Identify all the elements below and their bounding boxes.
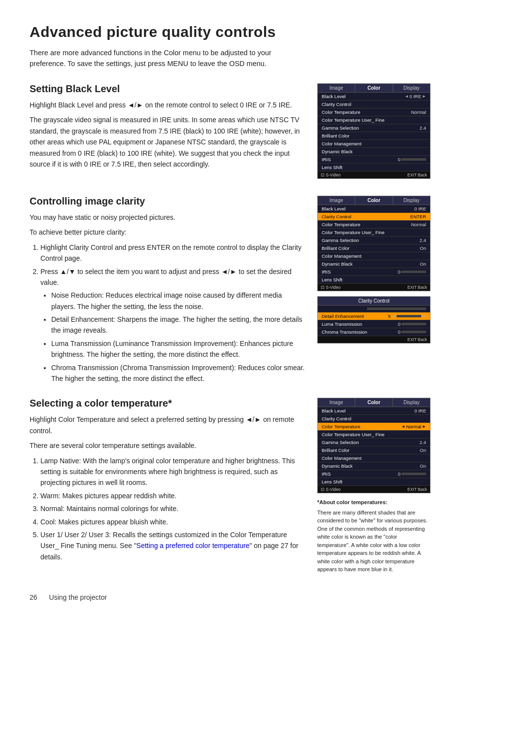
osd2-row-clarity: Clarity Control ENTER (318, 213, 430, 221)
osd3-row-brilliant: Brilliant Color On (318, 447, 430, 454)
osd2-row-iris: IRIS 0 (318, 268, 430, 276)
osd1-row-brilliant: Brilliant Color (318, 132, 430, 140)
osd2-row-dynamicblack: Dynamic Black On (318, 260, 430, 268)
footnote-text: There are many different shades that are… (317, 509, 431, 574)
osd1-header-display: Display (393, 84, 430, 92)
color-temp-para2: There are several color temperature sett… (30, 440, 305, 451)
osd3-row-clarity: Clarity Control (318, 415, 430, 423)
color-temp-step-3: Normal: Maintains normal colorings for w… (40, 503, 305, 514)
section-clarity: Controlling image clarity You may have s… (30, 196, 502, 386)
osd2-header: Image Color Display (318, 196, 430, 205)
section-color-temp: Selecting a color temperature* Highlight… (30, 398, 502, 574)
osd2-header-image: Image (318, 196, 355, 205)
osd1-row-dynamicblack: Dynamic Black (318, 148, 430, 156)
osd1-container: Image Color Display Black Level ◄ 0 IRE … (317, 83, 502, 184)
osd2-row-lensshift: Lens Shift (318, 276, 430, 284)
clarity-footer: EXIT Back (318, 336, 430, 343)
page-number: 26 (30, 593, 37, 601)
black-level-para1: Highlight Black Level and press ◄/► on t… (30, 100, 305, 110)
osd1-row-gamma: Gamma Selection 2.4 (318, 124, 430, 132)
osd3-row-iris: IRIS 0 (318, 470, 430, 478)
clarity-para1: You may have static or noisy projected p… (30, 212, 305, 223)
color-temp-step-1: Lamp Native: With the lamp's original co… (40, 455, 305, 488)
osd2-container: Image Color Display Black Level 0 IRE Cl… (317, 196, 502, 348)
color-temp-step-2: Warm: Makes pictures appear reddish whit… (40, 490, 305, 501)
color-temp-step-5: User 1/ User 2/ User 3: Recalls the sett… (40, 529, 305, 562)
color-temp-step-4: Cool: Makes pictures appear bluish white… (40, 516, 305, 527)
clarity-bullet-luma: Luma Transmission (Luminance Transmissio… (51, 338, 305, 360)
osd2-header-color: Color (355, 196, 393, 205)
osd3-container: Image Color Display Black Level 0 IRE Cl… (317, 398, 502, 574)
clarity-steps-list: Highlight Clarity Control and press ENTE… (40, 242, 305, 384)
osd1-row-blacklevel: Black Level ◄ 0 IRE ► (318, 93, 430, 101)
black-level-heading: Setting Black Level (30, 83, 305, 95)
osd3-header-image: Image (318, 398, 355, 407)
footer-label: Using the projector (49, 593, 107, 601)
osd2-row-gamma: Gamma Selection 2.4 (318, 237, 430, 244)
section-black-level: Setting Black Level Highlight Black Leve… (30, 83, 502, 184)
clarity-topbar (318, 306, 430, 312)
clarity-row-luma: Luma Transmission 0 (318, 320, 430, 328)
osd1-header-image: Image (318, 84, 355, 92)
osd3-row-blacklevel: Black Level 0 IRE (318, 407, 430, 415)
osd-menu-3: Image Color Display Black Level 0 IRE Cl… (317, 398, 431, 493)
black-level-para2: The grayscale video signal is measured i… (30, 114, 305, 170)
color-temp-steps-list: Lamp Native: With the lamp's original co… (40, 455, 305, 563)
osd1-row-clarity: Clarity Control (318, 101, 430, 108)
page-footer: 26 Using the projector (30, 593, 502, 601)
footnote-title: *About color temperatures: (317, 498, 431, 507)
osd2-header-display: Display (393, 196, 430, 205)
osd1-header-color: Color (355, 84, 393, 92)
color-temp-link[interactable]: Setting a preferred color temperature (136, 542, 250, 550)
osd3-header: Image Color Display (318, 398, 430, 407)
page-title: Advanced picture quality controls (30, 24, 502, 40)
clarity-step-2: Press ▲/▼ to select the item you want to… (40, 266, 305, 384)
osd1-row-colortemp: Color Temperature Normal (318, 108, 430, 116)
osd3-footer: ⊡ S-Video EXIT Back (318, 486, 430, 493)
osd2-row-brilliant: Brilliant Color On (318, 244, 430, 252)
clarity-row-detail: Detail Enhancement 5 ◄► (318, 312, 430, 320)
osd2-row-colortemp: Color Temperature Normal (318, 221, 430, 229)
clarity-control-box: Clarity Control Detail Enhancement 5 ◄► … (317, 296, 431, 344)
osd-menu-2: Image Color Display Black Level 0 IRE Cl… (317, 196, 431, 291)
osd1-row-colortempuser: Color Temperature User_ Fine (318, 116, 430, 124)
clarity-para2: To achieve better picture clarity: (30, 227, 305, 238)
osd3-row-colormanage: Color Management (318, 454, 430, 462)
osd1-row-colormanage: Color Management (318, 140, 430, 148)
clarity-step-1: Highlight Clarity Control and press ENTE… (40, 242, 305, 264)
osd3-row-colortemp: Color Temperature ◄ Normal ► (318, 423, 430, 431)
clarity-row-chroma: Chroma Transmission 0 (318, 328, 430, 336)
osd2-footer: ⊡ S-Video EXIT Back (318, 284, 430, 291)
clarity-box-title: Clarity Control (318, 297, 430, 306)
footnote-box: *About color temperatures: There are man… (317, 498, 431, 574)
clarity-heading: Controlling image clarity (30, 196, 305, 207)
osd3-row-lensshift: Lens Shift (318, 478, 430, 486)
clarity-bullets: Noise Reduction: Reduces electrical imag… (51, 290, 305, 384)
osd3-header-display: Display (393, 398, 430, 407)
osd1-footer: ⊡ S-Video EXIT Back (318, 172, 430, 178)
clarity-bullet-chroma: Chroma Transmission (Chroma Transmission… (51, 362, 305, 384)
osd-menu-1: Image Color Display Black Level ◄ 0 IRE … (317, 83, 431, 179)
clarity-bullet-noise: Noise Reduction: Reduces electrical imag… (51, 290, 305, 312)
osd2-row-colormanage: Color Management (318, 252, 430, 260)
osd3-row-colortempuser: Color Temperature User_ Fine (318, 431, 430, 439)
osd1-row-iris: IRIS 0 (318, 156, 430, 164)
color-temp-para1: Highlight Color Temperature and select a… (30, 414, 305, 436)
osd3-row-dynamicblack: Dynamic Black On (318, 462, 430, 470)
osd3-row-gamma: Gamma Selection 2.4 (318, 439, 430, 447)
intro-text: There are more advanced functions in the… (30, 47, 305, 69)
osd2-row-blacklevel: Black Level 0 IRE (318, 205, 430, 213)
osd1-row-lensshift: Lens Shift (318, 164, 430, 172)
osd3-header-color: Color (355, 398, 393, 407)
clarity-bullet-detail: Detail Enhancement: Sharpens the image. … (51, 314, 305, 336)
color-temp-heading: Selecting a color temperature* (30, 398, 305, 409)
osd2-row-colortempuser: Color Temperature User_ Fine (318, 229, 430, 237)
osd1-header: Image Color Display (318, 84, 430, 93)
